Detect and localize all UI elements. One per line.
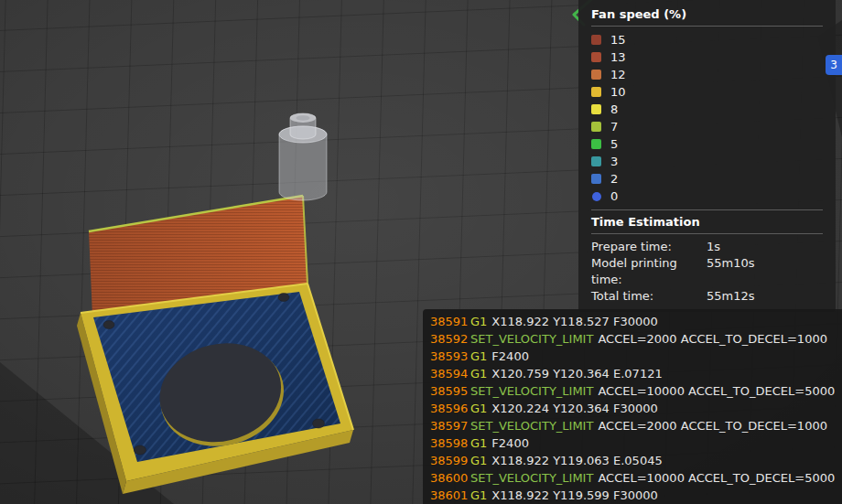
fan-legend-item: 2 bbox=[591, 170, 823, 188]
gcode-line-number: 38591 bbox=[430, 313, 470, 330]
gcode-line-number: 38593 bbox=[430, 348, 470, 365]
gcode-console-panel[interactable]: 38591G1X118.922 Y118.527 F3000038592SET_… bbox=[423, 309, 842, 504]
fan-speed-swatch bbox=[591, 174, 601, 184]
gcode-args: F2400 bbox=[491, 348, 529, 365]
gcode-args: X118.922 Y119.063 E.05045 bbox=[491, 452, 662, 469]
gcode-line-number: 38600 bbox=[430, 469, 470, 487]
fan-legend-item: 5 bbox=[591, 135, 823, 153]
model-printing-time-value: 55m10s bbox=[707, 255, 823, 288]
fan-speed-value: 12 bbox=[610, 68, 626, 81]
fan-speed-value: 0 bbox=[610, 189, 618, 203]
gcode-line: 38594G1X120.759 Y120.364 E.07121 bbox=[430, 365, 835, 382]
gcode-line-number: 38599 bbox=[430, 452, 470, 469]
fan-legend-item: 13 bbox=[591, 48, 823, 66]
fan-legend-item: 7 bbox=[591, 118, 823, 135]
gcode-line: 38595SET_VELOCITY_LIMITACCEL=10000 ACCEL… bbox=[430, 382, 835, 400]
gcode-args: ACCEL=2000 ACCEL_TO_DECEL=1000 bbox=[598, 330, 827, 348]
fan-legend-item: 15 bbox=[591, 31, 823, 48]
fan-speed-panel: Fan speed (%) 15131210875320 Time Estima… bbox=[578, 0, 836, 312]
gcode-command: G1 bbox=[470, 434, 487, 452]
fan-speed-swatch bbox=[591, 104, 601, 114]
gcode-command: G1 bbox=[470, 452, 487, 469]
gcode-args: ACCEL=2000 ACCEL_TO_DECEL=1000 bbox=[598, 417, 827, 434]
cylinder-neck-bore bbox=[297, 115, 310, 121]
fan-legend-item: 10 bbox=[591, 83, 823, 101]
prepare-time-value: 1s bbox=[707, 239, 823, 255]
time-estimation-table: Prepare time: 1s Model printing time: 55… bbox=[591, 239, 823, 305]
gcode-line: 38601G1X118.922 Y119.599 F30000 bbox=[430, 487, 835, 504]
total-time-value: 55m12s bbox=[707, 288, 823, 305]
fan-speed-swatch bbox=[592, 192, 601, 201]
gcode-command: G1 bbox=[470, 365, 487, 382]
screw-hole bbox=[313, 419, 325, 428]
gcode-line: 38597SET_VELOCITY_LIMITACCEL=2000 ACCEL_… bbox=[430, 417, 835, 434]
fan-legend: 15131210875320 bbox=[591, 31, 823, 205]
fan-legend-item: 3 bbox=[591, 153, 823, 170]
divider bbox=[591, 209, 823, 210]
fan-speed-value: 8 bbox=[610, 102, 618, 116]
gcode-args: X118.922 Y119.599 F30000 bbox=[491, 487, 657, 504]
prepare-time-label: Prepare time: bbox=[591, 239, 707, 255]
gcode-line-number: 38595 bbox=[430, 382, 470, 400]
gcode-args: F2400 bbox=[491, 434, 529, 452]
gcode-line: 38593G1F2400 bbox=[430, 348, 835, 365]
gcode-args: X120.759 Y120.364 E.07121 bbox=[491, 365, 662, 382]
gcode-command: G1 bbox=[470, 313, 487, 330]
fan-speed-swatch bbox=[591, 139, 601, 149]
fan-legend-item: 0 bbox=[591, 188, 823, 205]
fan-speed-swatch bbox=[591, 156, 601, 166]
fan-speed-value: 13 bbox=[610, 50, 626, 64]
gcode-args: X120.224 Y120.364 F30000 bbox=[491, 400, 657, 417]
gcode-line-number: 38592 bbox=[430, 330, 470, 348]
gcode-args: ACCEL=10000 ACCEL_TO_DECEL=5000 bbox=[598, 469, 835, 487]
layer-slider-badge[interactable]: 3 bbox=[826, 55, 842, 75]
fan-speed-swatch bbox=[591, 35, 601, 45]
time-estimation-title: Time Estimation bbox=[591, 215, 823, 229]
screw-hole bbox=[103, 321, 114, 329]
fan-speed-swatch bbox=[591, 87, 601, 97]
gcode-line: 38598G1F2400 bbox=[430, 434, 835, 452]
fan-speed-swatch bbox=[591, 122, 601, 132]
gcode-args: X118.922 Y118.527 F30000 bbox=[491, 313, 657, 330]
gcode-line-number: 38597 bbox=[430, 417, 470, 434]
divider bbox=[591, 233, 823, 234]
gcode-line-number: 38594 bbox=[430, 365, 470, 382]
model-base-plate bbox=[77, 284, 353, 494]
gcode-line: 38592SET_VELOCITY_LIMITACCEL=2000 ACCEL_… bbox=[430, 330, 835, 348]
total-time-label: Total time: bbox=[591, 288, 707, 305]
gcode-command: SET_VELOCITY_LIMIT bbox=[470, 330, 593, 348]
gcode-command: SET_VELOCITY_LIMIT bbox=[470, 469, 593, 487]
screw-hole bbox=[278, 294, 289, 302]
fan-speed-value: 10 bbox=[610, 85, 626, 99]
gcode-line: 38596G1X120.224 Y120.364 F30000 bbox=[430, 400, 835, 417]
fan-speed-value: 7 bbox=[610, 120, 618, 134]
fan-speed-value: 3 bbox=[610, 155, 618, 168]
gcode-command: G1 bbox=[470, 487, 487, 504]
gcode-line: 38600SET_VELOCITY_LIMITACCEL=10000 ACCEL… bbox=[430, 469, 835, 487]
screw-hole bbox=[135, 445, 146, 455]
fan-legend-item: 12 bbox=[591, 66, 823, 83]
gcode-line: 38599G1X118.922 Y119.063 E.05045 bbox=[430, 452, 835, 469]
gcode-line-number: 38598 bbox=[430, 434, 470, 452]
divider bbox=[591, 26, 823, 27]
fan-speed-value: 5 bbox=[610, 137, 618, 151]
fan-legend-item: 8 bbox=[591, 101, 823, 118]
gcode-command: SET_VELOCITY_LIMIT bbox=[470, 382, 593, 400]
fan-speed-value: 15 bbox=[610, 33, 626, 47]
gcode-line: 38591G1X118.922 Y118.527 F30000 bbox=[430, 313, 835, 330]
fan-speed-value: 2 bbox=[610, 172, 618, 186]
gcode-args: ACCEL=10000 ACCEL_TO_DECEL=5000 bbox=[598, 382, 835, 400]
gcode-lines: 38591G1X118.922 Y118.527 F3000038592SET_… bbox=[430, 313, 835, 504]
gcode-preview-viewport[interactable]: Fan speed (%) 15131210875320 Time Estima… bbox=[0, 0, 842, 504]
cylinder-model bbox=[279, 113, 327, 200]
gcode-command: SET_VELOCITY_LIMIT bbox=[470, 417, 593, 434]
gcode-command: G1 bbox=[470, 348, 487, 365]
fan-speed-swatch bbox=[591, 70, 601, 80]
fan-speed-swatch bbox=[591, 52, 601, 62]
gcode-line-number: 38601 bbox=[430, 487, 470, 504]
fan-panel-title: Fan speed (%) bbox=[591, 7, 823, 21]
model-printing-time-label: Model printing time: bbox=[591, 255, 707, 288]
gcode-line-number: 38596 bbox=[430, 400, 470, 417]
gcode-command: G1 bbox=[470, 400, 487, 417]
